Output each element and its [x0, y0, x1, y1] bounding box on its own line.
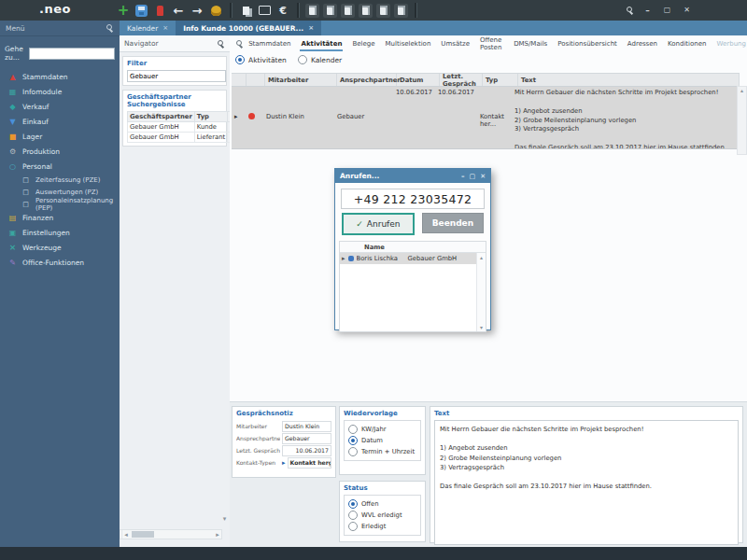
- activity-row[interactable]: ▸ Dustin Klein Gebauer 10.06.2017 10.06.…: [232, 87, 740, 149]
- pin-icon[interactable]: [216, 39, 225, 49]
- sidebar-item-lager[interactable]: Lager: [0, 129, 120, 144]
- pin-icon[interactable]: [234, 39, 239, 49]
- sidebar-item-verkauf[interactable]: Verkauf: [0, 99, 120, 114]
- dialog-close-icon[interactable]: ✕: [480, 173, 486, 180]
- kontakt-typen-field[interactable]: Kontakt hergestellt: [288, 457, 331, 469]
- radio-erledigt[interactable]: Erledigt: [348, 521, 416, 532]
- tab-positionsuebersicht[interactable]: Positionsübersicht: [557, 38, 618, 49]
- table-row[interactable]: Gebauer GmbH Kunde 1: [128, 122, 243, 133]
- note-textarea[interactable]: Mit Herrn Gebauer die nächsten Schritte …: [434, 420, 739, 545]
- column-header[interactable]: Typ: [194, 112, 227, 122]
- tab-stammdaten[interactable]: Stammdaten: [247, 38, 291, 49]
- anrufen-button[interactable]: ✓ Anrufen: [342, 213, 415, 235]
- scroll-down-icon[interactable]: ▾: [220, 514, 229, 523]
- tab-umsaetze[interactable]: Umsätze: [440, 38, 471, 49]
- sidebar-item-einkauf[interactable]: Einkauf: [0, 114, 120, 129]
- phone-number-field[interactable]: +49 212 23035472: [341, 189, 485, 209]
- column-header[interactable]: Mitarbeiter: [265, 74, 337, 86]
- column-header[interactable]: Geschäftspartner: [128, 112, 195, 122]
- sidebar-item-werkzeuge[interactable]: Werkzeuge: [0, 240, 120, 255]
- close-icon[interactable]: [681, 4, 693, 16]
- dialog-maximize-icon[interactable]: ▢: [470, 173, 476, 180]
- doc-icon-2[interactable]: [323, 4, 337, 18]
- pin-icon[interactable]: [105, 23, 114, 33]
- tab-kalender[interactable]: Kalender ×: [120, 21, 176, 35]
- column-header[interactable]: Letzt. Gespräch: [440, 74, 483, 86]
- column-header[interactable]: Datum: [397, 74, 440, 86]
- back-icon[interactable]: [171, 3, 186, 18]
- beenden-button[interactable]: Beenden: [422, 213, 484, 233]
- doc-icon-4[interactable]: [359, 4, 373, 18]
- sidebar-item-produktion[interactable]: Produktion: [0, 144, 120, 159]
- radio-kalender[interactable]: Kalender: [298, 55, 342, 64]
- expand-arrow-icon[interactable]: ▸: [282, 459, 286, 467]
- delete-icon[interactable]: [152, 3, 167, 18]
- production-icon: [7, 147, 18, 156]
- row-expander-icon[interactable]: ▸: [232, 87, 246, 148]
- sidebar-item-zeiterfassung[interactable]: Zeiterfassung (PZE): [0, 174, 120, 186]
- save-icon[interactable]: [135, 5, 148, 17]
- contact-icon: [348, 256, 354, 261]
- new-icon[interactable]: [116, 3, 131, 18]
- scroll-left-icon[interactable]: ◂: [122, 531, 130, 539]
- dialog-titlebar[interactable]: Anrufen... – ▢ ✕: [335, 169, 490, 183]
- tab-belege[interactable]: Belege: [351, 38, 375, 49]
- forward-icon[interactable]: [190, 3, 204, 18]
- sidebar-item-infomodule[interactable]: Infomodule: [0, 84, 120, 99]
- sidebar-item-stammdaten[interactable]: Stammdaten: [0, 69, 120, 84]
- doc-icon-3[interactable]: [341, 4, 355, 18]
- column-header[interactable]: Typ: [483, 74, 518, 86]
- radio-kw-jahr[interactable]: KW/Jahr: [348, 424, 416, 435]
- maximize-icon[interactable]: [661, 4, 673, 16]
- radio-icon: [348, 522, 358, 531]
- scroll-right-icon[interactable]: ▸: [214, 531, 221, 539]
- tab-multiselektion[interactable]: Multiselektion: [385, 38, 432, 49]
- sidebar-item-einstellungen[interactable]: Einstellungen: [0, 225, 120, 240]
- alarm-icon[interactable]: [208, 3, 223, 18]
- tab-adressen[interactable]: Adressen: [627, 38, 658, 49]
- tab-aktivitaeten[interactable]: Aktivitäten: [300, 38, 343, 49]
- mitarbeiter-field[interactable]: Dustin Klein: [282, 421, 331, 432]
- tab-dms-mails[interactable]: DMS/Mails: [513, 38, 548, 49]
- ansprechpartner-field[interactable]: Gebauer: [282, 433, 331, 444]
- tab-konditionen[interactable]: Konditionen: [667, 38, 708, 49]
- scroll-up-icon[interactable]: ▴: [480, 254, 483, 260]
- row-expander-icon[interactable]: ▸: [342, 255, 345, 262]
- tab-close-icon[interactable]: ×: [308, 24, 314, 32]
- contact-row[interactable]: ▸ Boris Lischka Gebauer GmbH: [340, 253, 486, 264]
- column-header[interactable]: Ansprechpartner: [337, 74, 397, 86]
- letzt-gespraech-field[interactable]: 10.06.2017: [282, 445, 331, 456]
- radio-offen[interactable]: Offen: [348, 498, 416, 510]
- sidebar-item-label: Produktion: [22, 147, 60, 156]
- copy-icon[interactable]: [238, 3, 253, 18]
- scroll-down-icon[interactable]: ▾: [480, 324, 483, 330]
- tab-close-icon[interactable]: ×: [162, 24, 168, 32]
- radio-aktivitaeten[interactable]: Aktivitäten: [235, 55, 287, 64]
- radio-termin-uhrzeit[interactable]: Termin + Uhrzeit: [348, 446, 416, 457]
- column-header[interactable]: Name: [364, 244, 416, 251]
- goto-input[interactable]: [29, 48, 115, 60]
- radio-datum[interactable]: Datum: [348, 435, 416, 446]
- sidebar-item-office-funktionen[interactable]: Office-Funktionen: [0, 255, 120, 270]
- tab-offene-posten[interactable]: Offene Posten: [479, 35, 504, 53]
- preview-icon[interactable]: [257, 3, 272, 18]
- doc-icon-5[interactable]: [376, 4, 390, 18]
- sidebar-item-personaleinsatzplanung[interactable]: Personaleinsatzplanung (PEP): [0, 198, 120, 210]
- radio-wvl-erledigt[interactable]: WVL erledigt: [348, 510, 416, 521]
- table-row[interactable]: Gebauer GmbH Lieferant 7: [128, 133, 243, 143]
- minimize-icon[interactable]: [641, 4, 654, 16]
- scrollbar-thumb[interactable]: [132, 531, 154, 538]
- pin-window-icon[interactable]: [625, 6, 634, 15]
- vertical-scrollbar[interactable]: ▴ ▾: [476, 253, 486, 331]
- sidebar-item-finanzen[interactable]: Finanzen: [0, 210, 120, 225]
- doc-icon-6[interactable]: [394, 4, 408, 18]
- doc-icon-1[interactable]: [305, 4, 319, 18]
- tab-info-kunde[interactable]: Info Kunde 10000 (GEBAUER... ×: [176, 21, 321, 35]
- filter-input[interactable]: [127, 70, 226, 82]
- euro-icon[interactable]: [275, 3, 290, 18]
- sidebar-item-personal[interactable]: Personal: [0, 159, 120, 174]
- column-header[interactable]: Text: [518, 74, 740, 86]
- horizontal-scrollbar[interactable]: ◂ ▸: [121, 529, 222, 539]
- vertical-scrollbar[interactable]: ▴: [737, 86, 747, 155]
- dialog-minimize-icon[interactable]: –: [461, 173, 465, 180]
